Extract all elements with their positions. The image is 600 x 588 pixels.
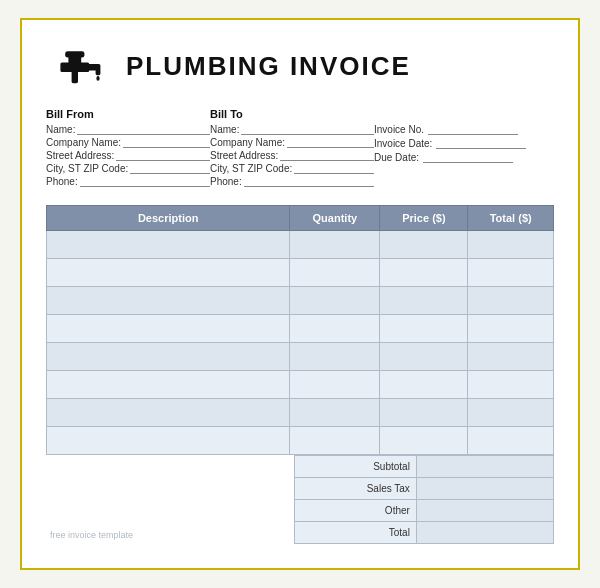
bill-from-city-line <box>130 164 210 174</box>
table-row <box>47 427 554 455</box>
bill-from-company-label: Company Name: <box>46 137 121 148</box>
row-total[interactable] <box>468 427 554 455</box>
row-desc[interactable] <box>47 427 290 455</box>
row-price[interactable] <box>380 427 468 455</box>
summary-value[interactable] <box>416 522 553 544</box>
bill-to-city-row: City, ST ZIP Code: <box>210 163 374 174</box>
row-price[interactable] <box>380 399 468 427</box>
summary-label: Sales Tax <box>295 478 417 500</box>
bill-from-street-line <box>116 151 210 161</box>
invoice-date-line <box>436 139 526 149</box>
invoice-header: PLUMBING INVOICE <box>46 40 554 92</box>
summary-value[interactable] <box>416 478 553 500</box>
summary-value[interactable] <box>416 500 553 522</box>
svg-rect-2 <box>65 51 84 57</box>
billing-section: Bill From Name: Company Name: Street Add… <box>46 108 554 189</box>
row-qty[interactable] <box>290 427 380 455</box>
row-qty[interactable] <box>290 259 380 287</box>
bill-from-company-line <box>123 138 210 148</box>
invoice-no-line <box>428 125 518 135</box>
bill-from-name-line <box>77 125 210 135</box>
bill-to-name-label: Name: <box>210 124 239 135</box>
faucet-icon <box>46 40 110 92</box>
invoice-table: Description Quantity Price ($) Total ($) <box>46 205 554 455</box>
col-total: Total ($) <box>468 206 554 231</box>
bill-to-block: Bill To Name: Company Name: Street Addre… <box>210 108 374 189</box>
due-date-label: Due Date: <box>374 152 419 163</box>
summary-table: Subtotal Sales Tax Other Total <box>294 455 554 544</box>
bill-to-street-row: Street Address: <box>210 150 374 161</box>
row-price[interactable] <box>380 343 468 371</box>
bill-from-name-label: Name: <box>46 124 75 135</box>
row-price[interactable] <box>380 371 468 399</box>
row-desc[interactable] <box>47 259 290 287</box>
table-row <box>47 399 554 427</box>
watermark: free invoice template <box>50 530 133 540</box>
invoice-no-row: Invoice No. <box>374 124 554 135</box>
col-quantity: Quantity <box>290 206 380 231</box>
summary-row: Other <box>295 500 554 522</box>
invoice-title: PLUMBING INVOICE <box>126 51 411 82</box>
bill-from-phone-label: Phone: <box>46 176 78 187</box>
summary-label: Other <box>295 500 417 522</box>
summary-row: Sales Tax <box>295 478 554 500</box>
bill-from-city-label: City, ST ZIP Code: <box>46 163 128 174</box>
row-qty[interactable] <box>290 399 380 427</box>
col-description: Description <box>47 206 290 231</box>
bill-to-phone-line <box>244 177 374 187</box>
bill-to-street-label: Street Address: <box>210 150 278 161</box>
svg-rect-5 <box>72 70 78 83</box>
row-desc[interactable] <box>47 287 290 315</box>
row-total[interactable] <box>468 399 554 427</box>
row-price[interactable] <box>380 315 468 343</box>
table-header-row: Description Quantity Price ($) Total ($) <box>47 206 554 231</box>
row-total[interactable] <box>468 231 554 259</box>
row-price[interactable] <box>380 287 468 315</box>
summary-row: Total <box>295 522 554 544</box>
summary-label: Subtotal <box>295 456 417 478</box>
bill-to-company-row: Company Name: <box>210 137 374 148</box>
row-desc[interactable] <box>47 343 290 371</box>
row-price[interactable] <box>380 231 468 259</box>
row-total[interactable] <box>468 287 554 315</box>
row-desc[interactable] <box>47 371 290 399</box>
row-qty[interactable] <box>290 371 380 399</box>
invoice-container: PLUMBING INVOICE Bill From Name: Company… <box>20 18 580 570</box>
row-desc[interactable] <box>47 399 290 427</box>
bill-to-city-line <box>294 164 374 174</box>
bill-from-phone-row: Phone: <box>46 176 210 187</box>
bill-from-company-row: Company Name: <box>46 137 210 148</box>
row-qty[interactable] <box>290 315 380 343</box>
table-row <box>47 315 554 343</box>
bill-from-city-row: City, ST ZIP Code: <box>46 163 210 174</box>
bill-from-street-label: Street Address: <box>46 150 114 161</box>
row-qty[interactable] <box>290 231 380 259</box>
bill-from-street-row: Street Address: <box>46 150 210 161</box>
bill-to-street-line <box>280 151 374 161</box>
bill-from-name-row: Name: <box>46 124 210 135</box>
invoice-date-label: Invoice Date: <box>374 138 432 149</box>
due-date-line <box>423 153 513 163</box>
row-total[interactable] <box>468 371 554 399</box>
table-row <box>47 231 554 259</box>
table-row <box>47 343 554 371</box>
summary-label: Total <box>295 522 417 544</box>
bill-to-company-label: Company Name: <box>210 137 285 148</box>
row-qty[interactable] <box>290 343 380 371</box>
summary-row: Subtotal <box>295 456 554 478</box>
bill-to-name-line <box>241 125 374 135</box>
invoice-no-label: Invoice No. <box>374 124 424 135</box>
bill-to-phone-row: Phone: <box>210 176 374 187</box>
row-desc[interactable] <box>47 315 290 343</box>
row-total[interactable] <box>468 259 554 287</box>
row-total[interactable] <box>468 315 554 343</box>
row-desc[interactable] <box>47 231 290 259</box>
summary-value[interactable] <box>416 456 553 478</box>
row-total[interactable] <box>468 343 554 371</box>
bill-to-label: Bill To <box>210 108 374 120</box>
bill-to-company-line <box>287 138 374 148</box>
invoice-date-row: Invoice Date: <box>374 138 554 149</box>
row-qty[interactable] <box>290 287 380 315</box>
row-price[interactable] <box>380 259 468 287</box>
due-date-row: Due Date: <box>374 152 554 163</box>
